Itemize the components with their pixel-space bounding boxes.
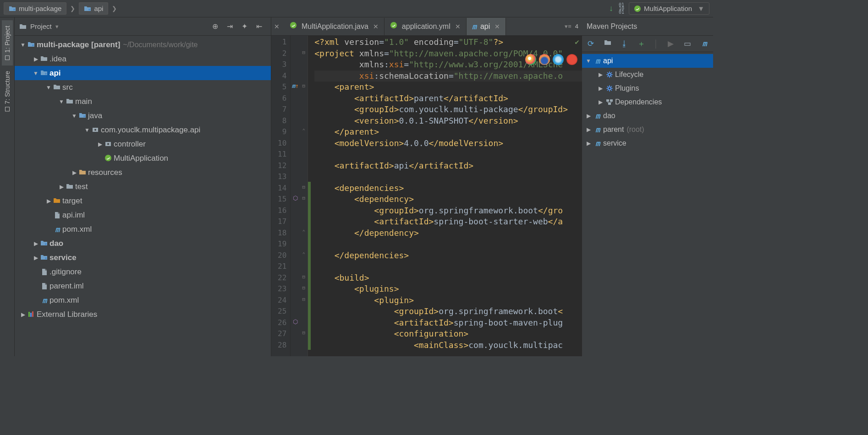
tree-row[interactable]: ▼java xyxy=(15,109,271,123)
maven-toolbar: ⟳ ⭳ ＋ │ ▶ ▭ m xyxy=(582,36,713,52)
maven-tree-row[interactable]: ▼mapi xyxy=(582,54,713,68)
add-icon[interactable]: ＋ xyxy=(637,38,646,49)
tree-row[interactable]: ▶service xyxy=(15,250,271,265)
close-icon[interactable]: ✕ xyxy=(373,23,379,30)
tree-row[interactable]: ▼multi-package [parent] ~/Documents/work… xyxy=(15,38,271,52)
disclosure-triangle-icon[interactable]: ▶ xyxy=(32,56,39,62)
disclosure-triangle-icon[interactable]: ▶ xyxy=(585,126,592,133)
disclosure-triangle-icon[interactable]: ▶ xyxy=(597,85,604,92)
disclosure-triangle-icon[interactable]: ▶ xyxy=(71,169,78,176)
disclosure-triangle-icon[interactable]: ▼ xyxy=(58,98,65,105)
maven-tree[interactable]: ▼mapi▶Lifecycle▶Plugins▶Dependencies▶mda… xyxy=(582,52,713,356)
locate-icon[interactable]: ⊕ xyxy=(208,22,222,31)
download-icon[interactable]: ⭳ xyxy=(620,39,629,49)
disclosure-triangle-icon[interactable]: ▼ xyxy=(71,113,78,119)
disclosure-triangle-icon[interactable]: ▶ xyxy=(585,140,592,147)
tool-tab-project[interactable]: 1: Project xyxy=(2,20,13,65)
disclosure-triangle-icon[interactable]: ▼ xyxy=(19,42,27,48)
collapse-icon[interactable]: ⇥ xyxy=(222,22,237,31)
fold-gutter[interactable]: ⊟⊟⌃⊟⊟⌃⌃⊟⊟⊟⊟ xyxy=(300,36,308,356)
safari-icon[interactable] xyxy=(553,54,564,65)
tree-row-icon xyxy=(65,98,75,106)
disclosure-triangle-icon[interactable]: ▶ xyxy=(32,255,39,261)
disclosure-triangle-icon[interactable]: ▶ xyxy=(597,71,604,78)
disclosure-triangle-icon[interactable]: ▼ xyxy=(83,127,91,133)
tree-row[interactable]: ▼com.youclk.multipackage.api xyxy=(15,123,271,137)
disclosure-triangle-icon[interactable]: ▶ xyxy=(597,99,604,105)
maven-tree-row[interactable]: ▶mservice xyxy=(582,136,713,150)
toggle-skip-tests-icon[interactable]: m xyxy=(700,39,709,49)
maven-tree-row[interactable]: ▶Lifecycle xyxy=(582,68,713,82)
disclosure-triangle-icon[interactable]: ▶ xyxy=(96,141,104,147)
chevron-right-icon: ❯ xyxy=(111,5,118,12)
tree-row[interactable]: ▶.idea xyxy=(15,52,271,66)
tree-row[interactable]: .gitignore xyxy=(15,265,271,279)
tool-tab-structure[interactable]: 7: Structure xyxy=(2,65,13,117)
tree-row[interactable]: ▼api xyxy=(15,66,271,80)
editor-tab[interactable]: application.yml✕ xyxy=(385,18,467,35)
maven-panel-header[interactable]: Maven Projects xyxy=(582,17,713,36)
close-icon[interactable]: ✕ xyxy=(274,23,280,30)
breadcrumb-item-0[interactable]: multi-package xyxy=(4,2,66,15)
tree-row[interactable]: MultiApplication xyxy=(15,151,271,165)
disclosure-triangle-icon[interactable]: ▶ xyxy=(58,184,65,190)
tree-row[interactable]: api.iml xyxy=(15,208,271,222)
chrome-icon[interactable] xyxy=(525,54,536,65)
disclosure-triangle-icon[interactable]: ▼ xyxy=(45,84,52,91)
line-number-gutter[interactable]: 1234567891011121314151617181920212223242… xyxy=(271,36,291,356)
gear-icon[interactable]: ✦ xyxy=(237,22,252,31)
run-configuration-selector[interactable]: MultiApplication ▼ xyxy=(629,2,709,15)
tree-row[interactable]: mpom.xml xyxy=(15,222,271,236)
tree-row-icon xyxy=(39,283,49,290)
maven-tree-row[interactable]: ▶mparent(root) xyxy=(582,123,713,136)
hide-icon[interactable]: ⇤ xyxy=(252,22,266,31)
disclosure-triangle-icon[interactable]: ▶ xyxy=(19,311,27,318)
tree-row[interactable]: ▶resources xyxy=(15,165,271,179)
panel-title[interactable]: Project xyxy=(30,22,52,30)
editor-body[interactable]: 1234567891011121314151617181920212223242… xyxy=(271,36,582,356)
tree-row[interactable]: ▼main xyxy=(15,94,271,109)
opera-icon[interactable] xyxy=(566,54,577,65)
make-icon[interactable]: 01 10 01 xyxy=(619,3,624,14)
tree-row[interactable]: ▶External Libraries xyxy=(15,307,271,321)
tree-row[interactable]: ▶controller xyxy=(15,137,271,151)
tree-row-label: multi-package [parent] xyxy=(37,40,120,49)
disclosure-triangle-icon[interactable]: ▼ xyxy=(585,58,592,64)
editor-tab[interactable]: MultiApplication.java✕ xyxy=(284,18,385,35)
tree-row-icon: m xyxy=(39,296,49,305)
tree-row[interactable]: ▶dao xyxy=(15,236,271,250)
vcs-update-icon[interactable]: ↓ xyxy=(609,4,613,13)
firefox-icon[interactable] xyxy=(539,54,550,65)
editor-tab-label: api xyxy=(480,22,490,31)
maven-tree-row[interactable]: ▶mdao xyxy=(582,109,713,123)
tree-row[interactable]: ▶target xyxy=(15,194,271,208)
tree-row[interactable]: mpom.xml xyxy=(15,293,271,307)
run-icon[interactable]: ▶ xyxy=(666,39,676,49)
breadcrumb-item-1[interactable]: api xyxy=(79,2,108,15)
reimport-icon[interactable]: ⟳ xyxy=(586,39,595,49)
code-text[interactable]: <?xml version="1.0" encoding="UTF-8"?> <… xyxy=(311,36,582,352)
disclosure-triangle-icon[interactable]: ▶ xyxy=(32,240,39,247)
tree-row-label: main xyxy=(75,97,92,106)
execute-goal-icon[interactable]: ▭ xyxy=(683,39,692,49)
maven-tree-row[interactable]: ▶Dependencies xyxy=(582,95,713,109)
tree-row[interactable]: ▶test xyxy=(15,179,271,194)
close-icon[interactable]: ✕ xyxy=(494,23,500,30)
maven-row-label: parent xyxy=(603,125,624,134)
generate-sources-icon[interactable] xyxy=(603,39,612,49)
chevron-right-icon: ❯ xyxy=(69,5,76,12)
editor-tab[interactable]: mapi✕ xyxy=(467,18,506,35)
tree-row[interactable]: ▼src xyxy=(15,80,271,94)
tree-row[interactable]: parent.iml xyxy=(15,279,271,293)
project-tree[interactable]: ▼multi-package [parent] ~/Documents/work… xyxy=(15,36,271,356)
breadcrumbs-toggle-icon[interactable]: ▾≡ xyxy=(565,23,571,30)
disclosure-triangle-icon[interactable]: ▶ xyxy=(585,113,592,119)
disclosure-triangle-icon[interactable]: ▶ xyxy=(45,198,52,204)
close-icon[interactable]: ✕ xyxy=(455,23,461,30)
maven-tree-row[interactable]: ▶Plugins xyxy=(582,82,713,95)
top-toolbar: multi-package ❯ api ❯ ↓ 01 10 01 MultiAp… xyxy=(0,0,713,17)
tree-row-label: target xyxy=(62,196,82,206)
analysis-ok-icon[interactable]: ✔ xyxy=(575,38,579,46)
disclosure-triangle-icon[interactable]: ▼ xyxy=(32,70,39,76)
chevron-down-icon[interactable]: ▼ xyxy=(55,24,60,29)
